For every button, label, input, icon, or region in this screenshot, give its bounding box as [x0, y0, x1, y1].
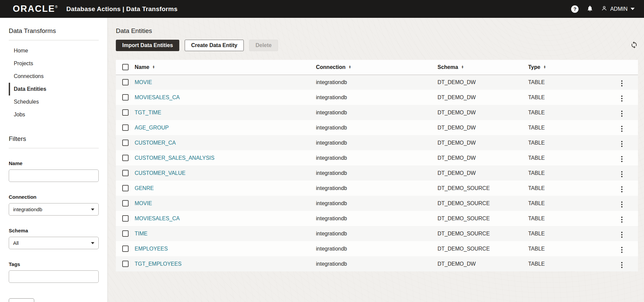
filters-title: Filters: [9, 135, 99, 148]
name-filter-group: Name: [9, 160, 99, 182]
entity-type: TABLE: [528, 256, 605, 271]
schema-select[interactable]: All: [9, 237, 99, 249]
delete-button[interactable]: Delete: [249, 40, 278, 51]
schema-filter-label: Schema: [9, 228, 99, 233]
table-row: MOVIE integrationdb DT_DEMO_DW TABLE: [116, 75, 638, 90]
schema-filter-group: Schema All: [9, 228, 99, 249]
entity-connection: integrationdb: [316, 120, 438, 135]
row-actions-kebab-icon[interactable]: [618, 246, 625, 254]
entity-name-link[interactable]: MOVIESALES_CA: [135, 216, 180, 221]
refresh-button[interactable]: [630, 41, 638, 50]
entity-connection: integrationdb: [316, 211, 438, 226]
row-actions-kebab-icon[interactable]: [618, 185, 625, 194]
entity-name-link[interactable]: MOVIESALES_CA: [135, 95, 180, 100]
clear-filters-button[interactable]: Clear: [9, 298, 34, 302]
sidebar-item-connections[interactable]: Connections: [9, 70, 99, 83]
table-row: AGE_GROUP integrationdb DT_DEMO_DW TABLE: [116, 120, 638, 135]
name-filter-label: Name: [9, 160, 99, 166]
column-header-name[interactable]: Name ▲▼: [135, 64, 155, 70]
entity-name-link[interactable]: CUSTOMER_VALUE: [135, 170, 185, 176]
entity-connection: integrationdb: [316, 165, 438, 181]
entity-name-link[interactable]: CUSTOMER_SALES_ANALYSIS: [135, 155, 215, 161]
row-actions-kebab-icon[interactable]: [618, 140, 625, 148]
data-entities-table: Name ▲▼ Connection ▲▼ Schema ▲▼: [116, 60, 638, 271]
sidebar-item-home[interactable]: Home: [9, 44, 99, 57]
row-checkbox[interactable]: [122, 246, 129, 252]
refresh-icon: [630, 41, 638, 50]
entity-connection: integrationdb: [316, 75, 438, 90]
entity-schema: DT_DEMO_DW: [438, 150, 528, 165]
row-actions-kebab-icon[interactable]: [618, 94, 625, 103]
entity-name-link[interactable]: TGT_EMPLOYEES: [135, 261, 182, 267]
row-actions-kebab-icon[interactable]: [618, 230, 625, 239]
row-checkbox[interactable]: [122, 94, 129, 101]
sidebar-item-jobs[interactable]: Jobs: [9, 108, 99, 121]
create-data-entity-button[interactable]: Create Data Entity: [185, 40, 244, 51]
entity-name-link[interactable]: MOVIE: [135, 79, 152, 85]
tags-filter-label: Tags: [9, 261, 99, 267]
entity-type: TABLE: [528, 196, 605, 211]
import-data-entities-button[interactable]: Import Data Entities: [116, 40, 179, 51]
sidebar-title: Data Transforms: [9, 27, 99, 40]
row-checkbox[interactable]: [122, 79, 129, 85]
entity-name-link[interactable]: EMPLOYEES: [135, 246, 168, 252]
row-actions-kebab-icon[interactable]: [618, 170, 625, 179]
tags-filter-input[interactable]: [9, 270, 99, 283]
row-checkbox[interactable]: [122, 109, 129, 116]
sort-icon: ▲▼: [349, 66, 351, 69]
row-checkbox[interactable]: [122, 140, 129, 146]
row-actions-kebab-icon[interactable]: [618, 215, 625, 224]
column-header-connection[interactable]: Connection ▲▼: [316, 64, 351, 70]
row-actions-kebab-icon[interactable]: [618, 155, 625, 163]
row-actions-kebab-icon[interactable]: [618, 124, 625, 133]
row-actions-kebab-icon[interactable]: [618, 200, 625, 209]
entity-name-link[interactable]: AGE_GROUP: [135, 125, 169, 130]
notifications-button[interactable]: [587, 5, 593, 13]
row-checkbox[interactable]: [122, 124, 129, 131]
entity-type: TABLE: [528, 105, 605, 120]
entity-schema: DT_DEMO_DW: [438, 75, 528, 90]
entity-type: TABLE: [528, 135, 605, 150]
entity-type: TABLE: [528, 150, 605, 165]
entity-schema: DT_DEMO_DW: [438, 90, 528, 105]
entity-name-link[interactable]: GENRE: [135, 185, 154, 191]
connection-filter-label: Connection: [9, 194, 99, 200]
connection-select-value: integrationdb: [13, 206, 42, 212]
row-checkbox[interactable]: [122, 155, 129, 161]
row-checkbox[interactable]: [122, 261, 129, 267]
entity-name-link[interactable]: TIME: [135, 231, 147, 236]
entity-name-link[interactable]: MOVIE: [135, 200, 152, 206]
sort-icon: ▲▼: [543, 66, 546, 69]
table-row: CUSTOMER_CA integrationdb DT_DEMO_DW TAB…: [116, 135, 638, 150]
connection-select[interactable]: integrationdb: [9, 203, 99, 216]
user-name: ADMIN: [610, 6, 628, 12]
sidebar-item-projects[interactable]: Projects: [9, 57, 99, 70]
entity-schema: DT_DEMO_DW: [438, 256, 528, 271]
entity-type: TABLE: [528, 226, 605, 241]
row-checkbox[interactable]: [122, 185, 129, 191]
select-all-checkbox[interactable]: [122, 64, 129, 70]
entity-type: TABLE: [528, 120, 605, 135]
row-checkbox[interactable]: [122, 215, 129, 222]
row-checkbox[interactable]: [122, 170, 129, 176]
sidebar-item-data-entities[interactable]: Data Entities: [9, 83, 99, 96]
table-row: TIME integrationdb DT_DEMO_SOURCE TABLE: [116, 226, 638, 241]
topbar: ORACLE ® Database Actions | Data Transfo…: [0, 0, 644, 18]
row-checkbox[interactable]: [122, 230, 129, 237]
column-header-type[interactable]: Type ▲▼: [528, 64, 546, 70]
entity-name-link[interactable]: TGT_TIME: [135, 110, 161, 115]
user-menu[interactable]: ADMIN: [601, 5, 635, 12]
sidebar-item-schedules[interactable]: Schedules: [9, 96, 99, 108]
row-actions-kebab-icon[interactable]: [618, 109, 625, 118]
name-filter-input[interactable]: [9, 169, 99, 182]
entity-type: TABLE: [528, 181, 605, 196]
row-actions-kebab-icon[interactable]: [618, 261, 625, 269]
chevron-down-icon: [91, 242, 94, 244]
table-row: GENRE integrationdb DT_DEMO_SOURCE TABLE: [116, 181, 638, 196]
entity-name-link[interactable]: CUSTOMER_CA: [135, 140, 176, 146]
row-actions-kebab-icon[interactable]: [618, 79, 625, 88]
row-checkbox[interactable]: [122, 200, 129, 206]
column-header-schema[interactable]: Schema ▲▼: [438, 64, 464, 70]
help-icon[interactable]: ?: [571, 5, 579, 13]
table-row: MOVIESALES_CA integrationdb DT_DEMO_DW T…: [116, 90, 638, 105]
